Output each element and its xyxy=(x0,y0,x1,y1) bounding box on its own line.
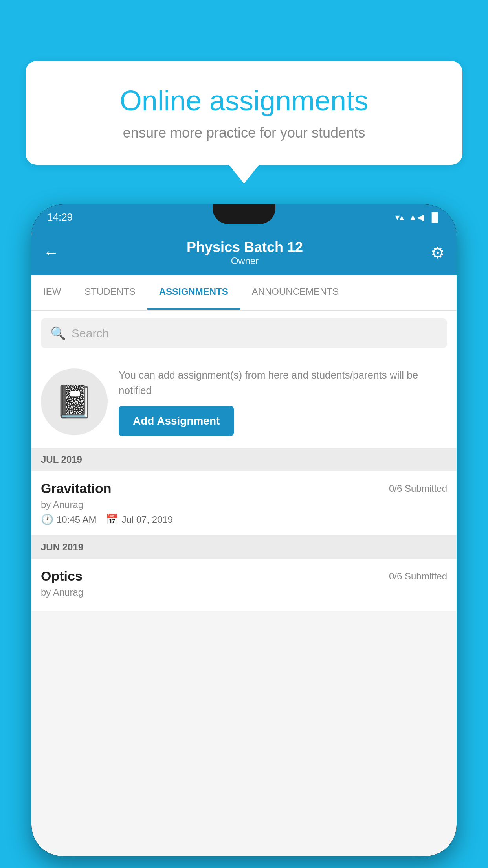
phone-frame: 14:29 ▾▴ ▲◀ ▐▌ ← Physics Batch 12 Owner … xyxy=(31,204,457,856)
signal-icon: ▲◀ xyxy=(409,212,424,223)
assignment-meta-gravitation: 🕐 10:45 AM 📅 Jul 07, 2019 xyxy=(41,513,447,526)
notch xyxy=(213,204,275,224)
batch-subtitle: Owner xyxy=(187,256,303,267)
assignment-author-optics: by Anurag xyxy=(41,587,447,598)
assignment-optics-header-row: Optics 0/6 Submitted xyxy=(41,568,447,584)
assignment-date-value: Jul 07, 2019 xyxy=(121,514,173,525)
tab-iew[interactable]: IEW xyxy=(31,275,73,310)
submitted-badge-optics: 0/6 Submitted xyxy=(389,571,447,582)
bubble-subtitle: ensure more practice for your students xyxy=(53,125,435,141)
app-header: ← Physics Batch 12 Owner ⚙ xyxy=(31,230,457,275)
settings-icon[interactable]: ⚙ xyxy=(431,244,445,262)
back-button[interactable]: ← xyxy=(43,244,59,261)
status-icons: ▾▴ ▲◀ ▐▌ xyxy=(395,212,441,223)
assignment-icon-circle: 📓 xyxy=(41,368,108,435)
promo-section: Online assignments ensure more practice … xyxy=(26,61,462,165)
wifi-icon: ▾▴ xyxy=(395,212,404,223)
assignment-time: 🕐 10:45 AM xyxy=(41,513,96,526)
section-jun-2019: JUN 2019 xyxy=(31,535,457,559)
add-assignment-button[interactable]: Add Assignment xyxy=(119,406,234,436)
status-time: 14:29 xyxy=(47,211,73,223)
phone-inner: 14:29 ▾▴ ▲◀ ▐▌ ← Physics Batch 12 Owner … xyxy=(31,204,457,856)
assignment-author-gravitation: by Anurag xyxy=(41,499,447,510)
empty-state-text: You can add assignment(s) from here and … xyxy=(119,368,447,398)
empty-state-content: You can add assignment(s) from here and … xyxy=(119,368,447,436)
tab-students[interactable]: STUDENTS xyxy=(73,275,147,310)
tab-announcements[interactable]: ANNOUNCEMENTS xyxy=(240,275,350,310)
search-bar[interactable]: 🔍 Search xyxy=(41,318,447,348)
submitted-badge-gravitation: 0/6 Submitted xyxy=(389,483,447,494)
status-bar: 14:29 ▾▴ ▲◀ ▐▌ xyxy=(31,204,457,230)
bubble-title: Online assignments xyxy=(53,85,435,117)
empty-state: 📓 You can add assignment(s) from here an… xyxy=(31,356,457,448)
header-center: Physics Batch 12 Owner xyxy=(187,239,303,267)
battery-icon: ▐▌ xyxy=(429,212,441,223)
search-placeholder: Search xyxy=(72,327,109,340)
content-area: 🔍 Search 📓 You can add assignment(s) fro… xyxy=(31,311,457,611)
assignment-header-row: Gravitation 0/6 Submitted xyxy=(41,481,447,496)
tab-assignments[interactable]: ASSIGNMENTS xyxy=(147,275,240,310)
assignment-date: 📅 Jul 07, 2019 xyxy=(106,513,173,526)
app-screen: ← Physics Batch 12 Owner ⚙ IEW STUDENTS … xyxy=(31,230,457,856)
clock-icon: 🕐 xyxy=(41,513,53,526)
calendar-icon: 📅 xyxy=(106,513,118,526)
assignment-item-optics[interactable]: Optics 0/6 Submitted by Anurag xyxy=(31,559,457,611)
assignment-time-value: 10:45 AM xyxy=(57,514,96,525)
assignment-item-gravitation[interactable]: Gravitation 0/6 Submitted by Anurag 🕐 10… xyxy=(31,471,457,535)
assignment-name-optics: Optics xyxy=(41,568,83,584)
search-container: 🔍 Search xyxy=(31,311,457,356)
batch-title: Physics Batch 12 xyxy=(187,239,303,256)
speech-bubble: Online assignments ensure more practice … xyxy=(26,61,462,165)
assignment-name-gravitation: Gravitation xyxy=(41,481,111,496)
notebook-icon: 📓 xyxy=(55,383,94,420)
section-jul-2019: JUL 2019 xyxy=(31,448,457,471)
search-icon: 🔍 xyxy=(50,326,66,341)
tabs-container: IEW STUDENTS ASSIGNMENTS ANNOUNCEMENTS xyxy=(31,275,457,311)
